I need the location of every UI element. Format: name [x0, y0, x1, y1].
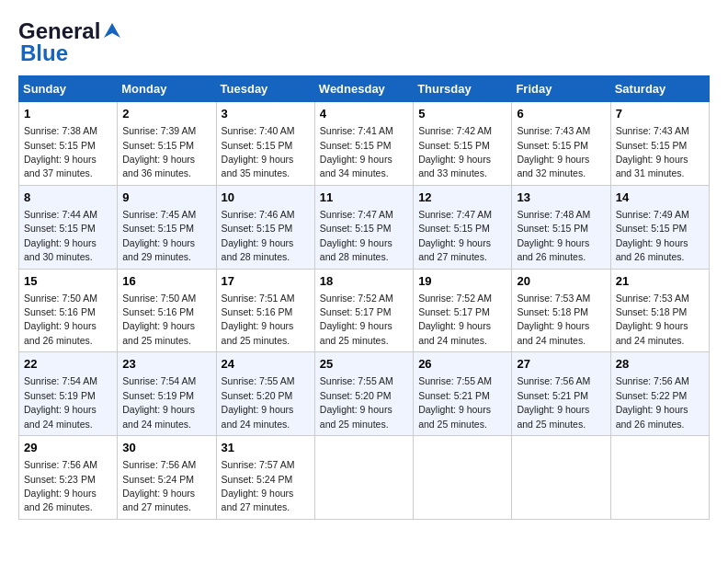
- calendar-day: 4 Sunrise: 7:41 AMSunset: 5:15 PMDayligh…: [314, 102, 413, 186]
- day-info: Sunrise: 7:55 AMSunset: 5:21 PMDaylight:…: [418, 375, 492, 429]
- day-number: 4: [320, 106, 408, 122]
- calendar-day: 28 Sunrise: 7:56 AMSunset: 5:22 PMDaylig…: [610, 352, 709, 436]
- day-number: 13: [517, 190, 605, 206]
- day-number: 7: [616, 106, 704, 122]
- day-number: 2: [122, 106, 210, 122]
- day-info: Sunrise: 7:48 AMSunset: 5:15 PMDaylight:…: [517, 209, 590, 262]
- day-info: Sunrise: 7:51 AMSunset: 5:16 PMDaylight:…: [222, 293, 295, 346]
- day-info: Sunrise: 7:46 AMSunset: 5:15 PMDaylight:…: [222, 209, 295, 262]
- calendar-day: 9 Sunrise: 7:45 AMSunset: 5:15 PMDayligh…: [118, 185, 216, 269]
- day-number: 27: [517, 356, 605, 373]
- day-info: Sunrise: 7:57 AMSunset: 5:24 PMDaylight:…: [222, 459, 295, 512]
- calendar-day: 2 Sunrise: 7:39 AMSunset: 5:15 PMDayligh…: [118, 102, 216, 186]
- day-number: 25: [320, 356, 408, 373]
- day-info: Sunrise: 7:43 AMSunset: 5:15 PMDaylight:…: [616, 125, 689, 178]
- day-info: Sunrise: 7:41 AMSunset: 5:15 PMDaylight:…: [320, 125, 393, 178]
- day-info: Sunrise: 7:53 AMSunset: 5:18 PMDaylight:…: [616, 293, 689, 346]
- weekday-header: Wednesday: [314, 76, 413, 102]
- calendar-day: [314, 436, 413, 520]
- logo: General Blue: [18, 18, 122, 66]
- day-info: Sunrise: 7:50 AMSunset: 5:16 PMDaylight:…: [122, 293, 196, 346]
- calendar-day: 24 Sunrise: 7:55 AMSunset: 5:20 PMDaylig…: [216, 352, 314, 436]
- calendar-week: 22 Sunrise: 7:54 AMSunset: 5:19 PMDaylig…: [19, 352, 710, 436]
- day-number: 22: [24, 356, 112, 373]
- day-info: Sunrise: 7:53 AMSunset: 5:18 PMDaylight:…: [517, 293, 590, 346]
- calendar-header: SundayMondayTuesdayWednesdayThursdayFrid…: [19, 76, 710, 102]
- calendar-day: 20 Sunrise: 7:53 AMSunset: 5:18 PMDaylig…: [512, 269, 610, 352]
- day-number: 8: [24, 190, 112, 206]
- calendar-day: 30 Sunrise: 7:56 AMSunset: 5:24 PMDaylig…: [118, 436, 216, 520]
- day-number: 23: [122, 356, 210, 373]
- day-info: Sunrise: 7:50 AMSunset: 5:16 PMDaylight:…: [24, 293, 97, 346]
- calendar-day: 7 Sunrise: 7:43 AMSunset: 5:15 PMDayligh…: [610, 102, 709, 186]
- day-info: Sunrise: 7:42 AMSunset: 5:15 PMDaylight:…: [418, 125, 492, 178]
- day-info: Sunrise: 7:49 AMSunset: 5:15 PMDaylight:…: [616, 209, 689, 262]
- day-number: 31: [222, 440, 310, 456]
- day-info: Sunrise: 7:38 AMSunset: 5:15 PMDaylight:…: [24, 125, 97, 178]
- day-info: Sunrise: 7:43 AMSunset: 5:15 PMDaylight:…: [517, 125, 590, 178]
- day-info: Sunrise: 7:44 AMSunset: 5:15 PMDaylight:…: [24, 209, 97, 262]
- calendar-day: 1 Sunrise: 7:38 AMSunset: 5:15 PMDayligh…: [19, 102, 118, 186]
- day-number: 9: [122, 190, 210, 206]
- day-number: 15: [24, 273, 112, 290]
- calendar-day: [414, 436, 512, 520]
- day-info: Sunrise: 7:55 AMSunset: 5:20 PMDaylight:…: [320, 375, 393, 429]
- day-number: 11: [320, 190, 408, 206]
- day-info: Sunrise: 7:56 AMSunset: 5:24 PMDaylight:…: [122, 459, 196, 512]
- calendar-day: 27 Sunrise: 7:56 AMSunset: 5:21 PMDaylig…: [512, 352, 610, 436]
- day-number: 3: [222, 106, 310, 122]
- logo-blue: Blue: [20, 40, 68, 66]
- day-info: Sunrise: 7:47 AMSunset: 5:15 PMDaylight:…: [418, 209, 492, 262]
- day-info: Sunrise: 7:45 AMSunset: 5:15 PMDaylight:…: [122, 209, 196, 262]
- weekday-header: Tuesday: [216, 76, 314, 102]
- day-number: 21: [616, 273, 704, 290]
- day-number: 30: [122, 440, 210, 456]
- calendar-day: 15 Sunrise: 7:50 AMSunset: 5:16 PMDaylig…: [19, 269, 118, 352]
- calendar-day: 13 Sunrise: 7:48 AMSunset: 5:15 PMDaylig…: [512, 185, 610, 269]
- day-info: Sunrise: 7:56 AMSunset: 5:21 PMDaylight:…: [517, 375, 590, 429]
- day-number: 16: [122, 273, 210, 290]
- calendar-day: 14 Sunrise: 7:49 AMSunset: 5:15 PMDaylig…: [610, 185, 709, 269]
- day-number: 19: [418, 273, 506, 290]
- calendar-day: [610, 436, 709, 520]
- day-number: 6: [517, 106, 605, 122]
- calendar-day: 31 Sunrise: 7:57 AMSunset: 5:24 PMDaylig…: [216, 436, 314, 520]
- calendar-day: 11 Sunrise: 7:47 AMSunset: 5:15 PMDaylig…: [314, 185, 413, 269]
- calendar-day: 22 Sunrise: 7:54 AMSunset: 5:19 PMDaylig…: [19, 352, 118, 436]
- day-info: Sunrise: 7:39 AMSunset: 5:15 PMDaylight:…: [122, 125, 196, 178]
- calendar-day: 6 Sunrise: 7:43 AMSunset: 5:15 PMDayligh…: [512, 102, 610, 186]
- day-number: 14: [616, 190, 704, 206]
- calendar-day: 23 Sunrise: 7:54 AMSunset: 5:19 PMDaylig…: [118, 352, 216, 436]
- day-info: Sunrise: 7:40 AMSunset: 5:15 PMDaylight:…: [222, 125, 295, 178]
- day-number: 18: [320, 273, 408, 290]
- day-info: Sunrise: 7:54 AMSunset: 5:19 PMDaylight:…: [122, 375, 196, 429]
- weekday-header: Thursday: [414, 76, 512, 102]
- weekday-header: Sunday: [19, 76, 118, 102]
- day-number: 1: [24, 106, 112, 122]
- weekday-header: Monday: [118, 76, 216, 102]
- calendar-day: 19 Sunrise: 7:52 AMSunset: 5:17 PMDaylig…: [414, 269, 512, 352]
- day-info: Sunrise: 7:56 AMSunset: 5:23 PMDaylight:…: [24, 459, 97, 512]
- calendar-day: 5 Sunrise: 7:42 AMSunset: 5:15 PMDayligh…: [414, 102, 512, 186]
- day-number: 10: [222, 190, 310, 206]
- page-header: General Blue: [18, 18, 710, 66]
- calendar-day: 8 Sunrise: 7:44 AMSunset: 5:15 PMDayligh…: [19, 185, 118, 269]
- calendar-week: 8 Sunrise: 7:44 AMSunset: 5:15 PMDayligh…: [19, 185, 710, 269]
- calendar-day: 10 Sunrise: 7:46 AMSunset: 5:15 PMDaylig…: [216, 185, 314, 269]
- day-info: Sunrise: 7:56 AMSunset: 5:22 PMDaylight:…: [616, 375, 689, 429]
- day-number: 28: [616, 356, 704, 373]
- calendar-day: 3 Sunrise: 7:40 AMSunset: 5:15 PMDayligh…: [216, 102, 314, 186]
- calendar-table: SundayMondayTuesdayWednesdayThursdayFrid…: [18, 75, 710, 520]
- calendar-week: 29 Sunrise: 7:56 AMSunset: 5:23 PMDaylig…: [19, 436, 710, 520]
- day-info: Sunrise: 7:54 AMSunset: 5:19 PMDaylight:…: [24, 375, 97, 429]
- day-info: Sunrise: 7:52 AMSunset: 5:17 PMDaylight:…: [418, 293, 492, 346]
- calendar-week: 15 Sunrise: 7:50 AMSunset: 5:16 PMDaylig…: [19, 269, 710, 352]
- weekday-header: Saturday: [610, 76, 709, 102]
- day-number: 5: [418, 106, 506, 122]
- calendar-day: 12 Sunrise: 7:47 AMSunset: 5:15 PMDaylig…: [414, 185, 512, 269]
- day-info: Sunrise: 7:55 AMSunset: 5:20 PMDaylight:…: [222, 375, 295, 429]
- day-number: 24: [222, 356, 310, 373]
- calendar-day: [512, 436, 610, 520]
- calendar-day: 29 Sunrise: 7:56 AMSunset: 5:23 PMDaylig…: [19, 436, 118, 520]
- day-info: Sunrise: 7:47 AMSunset: 5:15 PMDaylight:…: [320, 209, 393, 262]
